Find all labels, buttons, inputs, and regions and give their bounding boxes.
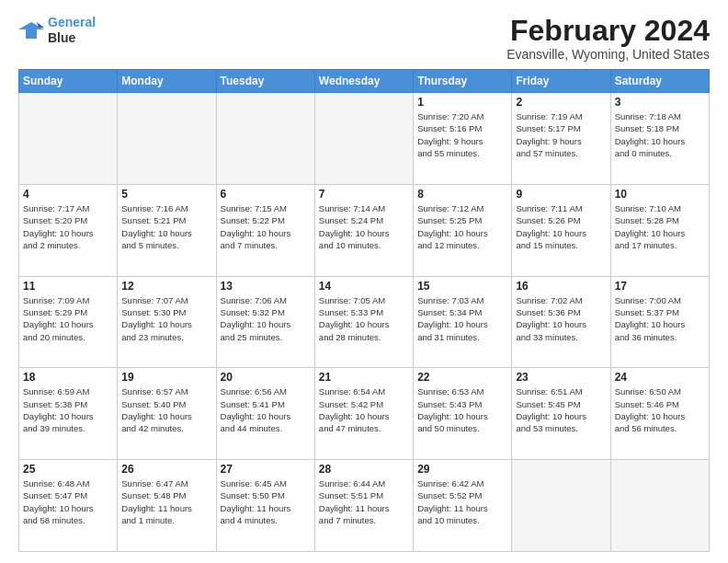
- day-number: 20: [221, 371, 311, 384]
- day-number: 14: [319, 280, 409, 293]
- day-info: Sunrise: 7:11 AM Sunset: 5:26 PM Dayligh…: [516, 202, 606, 251]
- calendar-cell: 7Sunrise: 7:14 AM Sunset: 5:24 PM Daylig…: [314, 184, 413, 276]
- day-number: 28: [319, 463, 409, 476]
- calendar-table: SundayMondayTuesdayWednesdayThursdayFrid…: [18, 69, 710, 552]
- calendar-cell: 11Sunrise: 7:09 AM Sunset: 5:29 PM Dayli…: [19, 276, 118, 368]
- day-info: Sunrise: 7:00 AM Sunset: 5:37 PM Dayligh…: [615, 294, 705, 343]
- day-info: Sunrise: 7:06 AM Sunset: 5:32 PM Dayligh…: [221, 294, 311, 343]
- calendar-cell: 21Sunrise: 6:54 AM Sunset: 5:42 PM Dayli…: [314, 368, 413, 460]
- month-title: February 2024: [506, 15, 710, 47]
- day-info: Sunrise: 7:05 AM Sunset: 5:33 PM Dayligh…: [319, 294, 409, 343]
- day-number: 24: [615, 371, 705, 384]
- day-number: 27: [221, 463, 311, 476]
- calendar-cell: 9Sunrise: 7:11 AM Sunset: 5:26 PM Daylig…: [512, 184, 610, 276]
- day-header-tuesday: Tuesday: [216, 70, 314, 93]
- day-info: Sunrise: 7:16 AM Sunset: 5:21 PM Dayligh…: [121, 202, 211, 251]
- calendar-cell: 2Sunrise: 7:19 AM Sunset: 5:17 PM Daylig…: [512, 93, 610, 185]
- day-info: Sunrise: 7:18 AM Sunset: 5:18 PM Dayligh…: [615, 110, 705, 159]
- day-info: Sunrise: 7:02 AM Sunset: 5:36 PM Dayligh…: [516, 294, 606, 343]
- day-info: Sunrise: 7:17 AM Sunset: 5:20 PM Dayligh…: [23, 202, 113, 251]
- day-header-monday: Monday: [118, 70, 216, 93]
- day-info: Sunrise: 7:03 AM Sunset: 5:34 PM Dayligh…: [417, 294, 507, 343]
- week-row-2: 4Sunrise: 7:17 AM Sunset: 5:20 PM Daylig…: [19, 184, 710, 276]
- calendar-cell: 17Sunrise: 7:00 AM Sunset: 5:37 PM Dayli…: [610, 276, 709, 368]
- day-number: 26: [121, 463, 211, 476]
- calendar-cell: 24Sunrise: 6:50 AM Sunset: 5:46 PM Dayli…: [610, 368, 709, 460]
- day-number: 6: [221, 188, 311, 201]
- day-header-saturday: Saturday: [610, 70, 709, 93]
- day-info: Sunrise: 6:53 AM Sunset: 5:43 PM Dayligh…: [417, 385, 507, 434]
- day-number: 29: [417, 463, 507, 476]
- day-info: Sunrise: 6:47 AM Sunset: 5:48 PM Dayligh…: [121, 477, 211, 526]
- day-info: Sunrise: 6:44 AM Sunset: 5:51 PM Dayligh…: [319, 477, 409, 526]
- calendar-cell: 14Sunrise: 7:05 AM Sunset: 5:33 PM Dayli…: [314, 276, 413, 368]
- day-info: Sunrise: 6:50 AM Sunset: 5:46 PM Dayligh…: [615, 385, 705, 434]
- calendar-cell: 1Sunrise: 7:20 AM Sunset: 5:16 PM Daylig…: [414, 93, 512, 185]
- page: General Blue February 2024 Evansville, W…: [0, 0, 728, 563]
- logo: General Blue: [18, 15, 96, 46]
- day-number: 16: [516, 280, 606, 293]
- svg-marker-0: [18, 22, 44, 39]
- day-info: Sunrise: 7:20 AM Sunset: 5:16 PM Dayligh…: [417, 110, 507, 159]
- day-number: 4: [23, 188, 113, 201]
- calendar-cell: 5Sunrise: 7:16 AM Sunset: 5:21 PM Daylig…: [118, 184, 216, 276]
- calendar-cell: 3Sunrise: 7:18 AM Sunset: 5:18 PM Daylig…: [610, 93, 709, 185]
- day-number: 8: [417, 188, 507, 201]
- header: General Blue February 2024 Evansville, W…: [18, 15, 710, 62]
- day-info: Sunrise: 7:12 AM Sunset: 5:25 PM Dayligh…: [417, 202, 507, 251]
- calendar-cell: [19, 93, 118, 185]
- day-number: 11: [23, 280, 113, 293]
- title-area: February 2024 Evansville, Wyoming, Unite…: [506, 15, 710, 62]
- day-number: 19: [121, 371, 211, 384]
- week-row-5: 25Sunrise: 6:48 AM Sunset: 5:47 PM Dayli…: [19, 460, 710, 552]
- day-info: Sunrise: 6:48 AM Sunset: 5:47 PM Dayligh…: [23, 477, 113, 526]
- day-info: Sunrise: 7:15 AM Sunset: 5:22 PM Dayligh…: [221, 202, 311, 251]
- day-info: Sunrise: 7:19 AM Sunset: 5:17 PM Dayligh…: [516, 110, 606, 159]
- day-number: 12: [121, 280, 211, 293]
- day-info: Sunrise: 6:42 AM Sunset: 5:52 PM Dayligh…: [417, 477, 507, 526]
- day-number: 18: [23, 371, 113, 384]
- calendar-cell: 19Sunrise: 6:57 AM Sunset: 5:40 PM Dayli…: [118, 368, 216, 460]
- day-header-thursday: Thursday: [414, 70, 512, 93]
- calendar-cell: 27Sunrise: 6:45 AM Sunset: 5:50 PM Dayli…: [216, 460, 314, 552]
- day-info: Sunrise: 6:54 AM Sunset: 5:42 PM Dayligh…: [319, 385, 409, 434]
- calendar-cell: 15Sunrise: 7:03 AM Sunset: 5:34 PM Dayli…: [414, 276, 512, 368]
- calendar-cell: 8Sunrise: 7:12 AM Sunset: 5:25 PM Daylig…: [414, 184, 512, 276]
- day-number: 13: [221, 280, 311, 293]
- calendar-cell: 22Sunrise: 6:53 AM Sunset: 5:43 PM Dayli…: [414, 368, 512, 460]
- calendar-cell: [314, 93, 413, 185]
- week-row-1: 1Sunrise: 7:20 AM Sunset: 5:16 PM Daylig…: [19, 93, 710, 185]
- calendar-cell: 6Sunrise: 7:15 AM Sunset: 5:22 PM Daylig…: [216, 184, 314, 276]
- week-row-4: 18Sunrise: 6:59 AM Sunset: 5:38 PM Dayli…: [19, 368, 710, 460]
- calendar-cell: 10Sunrise: 7:10 AM Sunset: 5:28 PM Dayli…: [610, 184, 709, 276]
- day-number: 1: [417, 96, 507, 109]
- logo-text: General Blue: [48, 15, 96, 46]
- day-number: 9: [516, 188, 606, 201]
- calendar-cell: [118, 93, 216, 185]
- day-number: 17: [615, 280, 705, 293]
- logo-icon: [18, 20, 44, 40]
- day-number: 25: [23, 463, 113, 476]
- day-number: 22: [417, 371, 507, 384]
- day-info: Sunrise: 6:51 AM Sunset: 5:45 PM Dayligh…: [516, 385, 606, 434]
- calendar-cell: 16Sunrise: 7:02 AM Sunset: 5:36 PM Dayli…: [512, 276, 610, 368]
- calendar-cell: [216, 93, 314, 185]
- day-header-sunday: Sunday: [19, 70, 118, 93]
- day-number: 2: [516, 96, 606, 109]
- day-info: Sunrise: 6:45 AM Sunset: 5:50 PM Dayligh…: [221, 477, 311, 526]
- day-info: Sunrise: 6:59 AM Sunset: 5:38 PM Dayligh…: [23, 385, 113, 434]
- day-header-wednesday: Wednesday: [314, 70, 413, 93]
- calendar-cell: 4Sunrise: 7:17 AM Sunset: 5:20 PM Daylig…: [19, 184, 118, 276]
- calendar-cell: 18Sunrise: 6:59 AM Sunset: 5:38 PM Dayli…: [19, 368, 118, 460]
- day-number: 21: [319, 371, 409, 384]
- day-number: 10: [615, 188, 705, 201]
- header-row: SundayMondayTuesdayWednesdayThursdayFrid…: [19, 70, 710, 93]
- calendar-cell: [610, 460, 709, 552]
- day-info: Sunrise: 7:09 AM Sunset: 5:29 PM Dayligh…: [23, 294, 113, 343]
- calendar-cell: 23Sunrise: 6:51 AM Sunset: 5:45 PM Dayli…: [512, 368, 610, 460]
- calendar-cell: 29Sunrise: 6:42 AM Sunset: 5:52 PM Dayli…: [414, 460, 512, 552]
- day-info: Sunrise: 6:57 AM Sunset: 5:40 PM Dayligh…: [121, 385, 211, 434]
- calendar-cell: 13Sunrise: 7:06 AM Sunset: 5:32 PM Dayli…: [216, 276, 314, 368]
- day-number: 5: [121, 188, 211, 201]
- calendar-cell: 20Sunrise: 6:56 AM Sunset: 5:41 PM Dayli…: [216, 368, 314, 460]
